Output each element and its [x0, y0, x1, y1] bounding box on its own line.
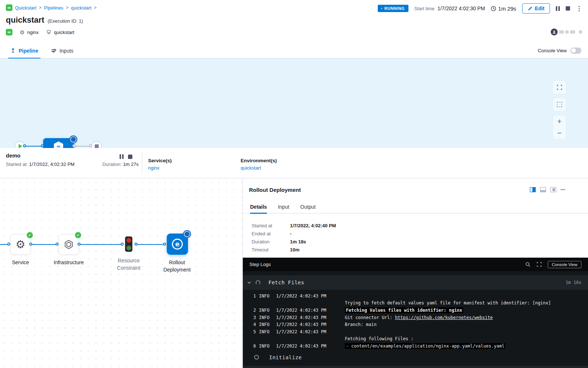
section-duration: 1m 16s: [566, 280, 581, 285]
marquee-select-button[interactable]: [553, 98, 566, 111]
fullscreen-button[interactable]: [553, 81, 566, 94]
success-check-icon: ✓: [27, 232, 33, 238]
log-row: 2 INFO 1/7/2022 4:02:43 PM Fetching Valu…: [243, 307, 588, 314]
avatar-icon[interactable]: [551, 29, 558, 35]
split-view-icon[interactable]: [530, 187, 536, 192]
stage-stop-button[interactable]: [128, 155, 132, 159]
log-level: INFO: [259, 293, 271, 299]
step-detail-panel: Rollout Deployment Details Input Output …: [243, 178, 588, 368]
redacted-text: [559, 30, 564, 34]
tab-input[interactable]: Input: [278, 200, 289, 213]
edit-button[interactable]: Edit: [522, 3, 550, 14]
detail-label: Timeout: [252, 247, 290, 253]
status-dot-icon: [381, 8, 382, 9]
service-tag-label: nginx: [27, 30, 38, 35]
edge-infra-constraint: [80, 244, 123, 245]
redacted-text: [565, 30, 569, 34]
step-logs-title: Step Logs: [249, 262, 271, 267]
edge-endpoint: [78, 243, 80, 246]
page-title: quickstart: [6, 15, 44, 25]
step-label-infrastructure: Infrastructure: [48, 259, 89, 266]
pencil-icon: [528, 6, 532, 11]
log-message: Git connector Url:: [345, 315, 395, 320]
red-light-icon: [127, 238, 131, 243]
start-time-label: Start time: [414, 6, 435, 11]
breadcrumb-separator: >: [39, 5, 42, 10]
gear-icon: ⚙: [20, 30, 24, 35]
elapsed-time: 1m 29s: [491, 5, 516, 12]
pause-button[interactable]: [556, 6, 560, 11]
user-info: [551, 29, 582, 35]
console-view-button[interactable]: Console View: [548, 261, 581, 268]
tab-details[interactable]: Details: [250, 200, 267, 213]
environments-column: Environment(s) quickstart: [241, 158, 277, 171]
tags-row: ∞ ⚙ nginx quickstart: [6, 29, 74, 35]
step-node-resource-constraint[interactable]: [125, 236, 132, 252]
log-message: Fetching following Files :: [345, 336, 414, 341]
breadcrumb-pipeline-name[interactable]: quickstart: [71, 5, 91, 11]
minimize-icon[interactable]: [561, 189, 565, 190]
environment-icon: [46, 30, 52, 35]
cd-module-icon: ∞: [6, 29, 12, 35]
zoom-out-button[interactable]: −: [553, 127, 566, 139]
start-time-value: 1/7/2022 4:02:30 PM: [437, 5, 485, 11]
harness-logo-icon: ∞: [6, 4, 12, 11]
zoom-controls: + −: [553, 115, 566, 139]
duration-label: Duration:: [102, 162, 122, 167]
view-tabs: Pipeline Inputs Console View: [0, 43, 588, 58]
tab-pipeline[interactable]: Pipeline: [8, 43, 41, 58]
started-value: 1/7/2022, 4:02:32 PM: [29, 162, 75, 167]
breadcrumb-separator: >: [66, 5, 68, 10]
log-level: INFO: [259, 322, 271, 327]
section-title: Initialize: [269, 354, 302, 360]
environment-tag[interactable]: quickstart: [46, 30, 75, 35]
log-section-initialize[interactable]: Initialize: [243, 354, 588, 360]
log-row: Trying to fetch default values yaml file…: [243, 300, 588, 307]
pending-circle-icon: [254, 355, 259, 360]
step-node-infrastructure[interactable]: ✓: [59, 234, 79, 255]
zoom-in-button[interactable]: +: [553, 115, 566, 127]
log-level: INFO: [259, 308, 271, 313]
redacted-text: [579, 30, 582, 34]
step-node-service[interactable]: ⚙ ✓: [10, 234, 31, 255]
stage-running-spinner-icon: [71, 137, 76, 142]
log-link[interactable]: https://github.com/kubernetes/website: [395, 315, 493, 320]
green-light-icon: [127, 246, 131, 250]
edge-service-infra: [31, 244, 58, 245]
stage-pause-button[interactable]: [120, 154, 124, 159]
tab-output[interactable]: Output: [300, 200, 316, 213]
log-row: 4 INFO 1/7/2022 4:02:43 PM Branch: main: [243, 321, 588, 328]
breadcrumb-project[interactable]: Quickstart: [15, 5, 37, 11]
line-number: 1: [251, 293, 256, 299]
log-section-fetch-files[interactable]: Fetch Files 1m 16s: [243, 275, 588, 290]
environment-tag-label: quickstart: [54, 30, 75, 35]
service-tag[interactable]: ⚙ nginx: [20, 30, 39, 35]
dock-right-icon[interactable]: [550, 187, 556, 192]
environments-label: Environment(s): [241, 158, 277, 163]
hexagon-icon: [64, 239, 74, 250]
divider: [142, 153, 142, 173]
breadcrumb: ∞ Quickstart > Pipelines > quickstart >: [6, 4, 97, 11]
step-node-rollout-deployment[interactable]: e: [167, 234, 188, 255]
console-view-toggle[interactable]: [570, 48, 581, 54]
stop-button[interactable]: [566, 6, 570, 11]
expand-icon[interactable]: [536, 262, 542, 267]
stop-icon: [95, 144, 99, 148]
execution-actions: RUNNING Start time 1/7/2022 4:02:30 PM 1…: [378, 3, 582, 14]
app-root: ∞ Quickstart > Pipelines > quickstart > …: [0, 0, 588, 368]
line-number: 3: [251, 315, 256, 320]
detail-label: Duration: [252, 239, 290, 244]
edge-endpoint: [135, 243, 137, 246]
log-row: 5 INFO 1/7/2022 4:02:43 PM: [243, 328, 588, 335]
execution-detail-area: ⚙ ✓ ✓ e: [0, 178, 588, 368]
search-icon[interactable]: [525, 262, 531, 267]
environment-link[interactable]: quickstart: [241, 165, 277, 171]
edge-demo-end: [74, 146, 91, 147]
tab-inputs[interactable]: Inputs: [49, 43, 76, 58]
log-row: 1 INFO 1/7/2022 4:02:43 PM: [243, 292, 588, 300]
service-link[interactable]: nginx: [148, 165, 172, 171]
edge-endpoint: [23, 144, 26, 147]
breadcrumb-pipelines[interactable]: Pipelines: [44, 5, 64, 11]
more-options-button[interactable]: ⋮: [576, 6, 582, 11]
dock-bottom-icon[interactable]: [540, 187, 546, 192]
